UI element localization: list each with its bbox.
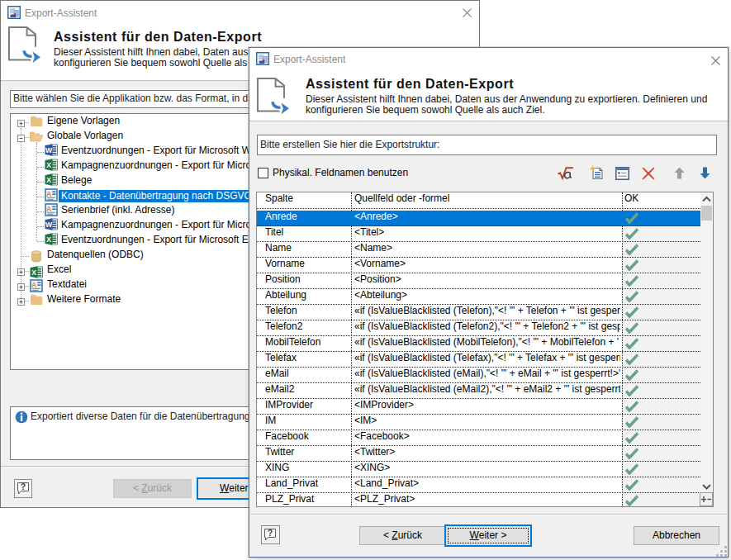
svg-text:X: X [46, 161, 51, 169]
svg-text:X: X [46, 235, 51, 244]
svg-text:A: A [46, 205, 52, 213]
svg-text:W: W [45, 221, 53, 229]
svg-text:?: ? [21, 482, 26, 491]
svg-text:X: X [46, 176, 51, 184]
svg-text:X: X [31, 268, 36, 277]
svg-text:W: W [45, 146, 53, 154]
svg-text:?: ? [268, 528, 273, 538]
svg-text:A: A [46, 190, 52, 198]
svg-text:A: A [31, 281, 37, 289]
